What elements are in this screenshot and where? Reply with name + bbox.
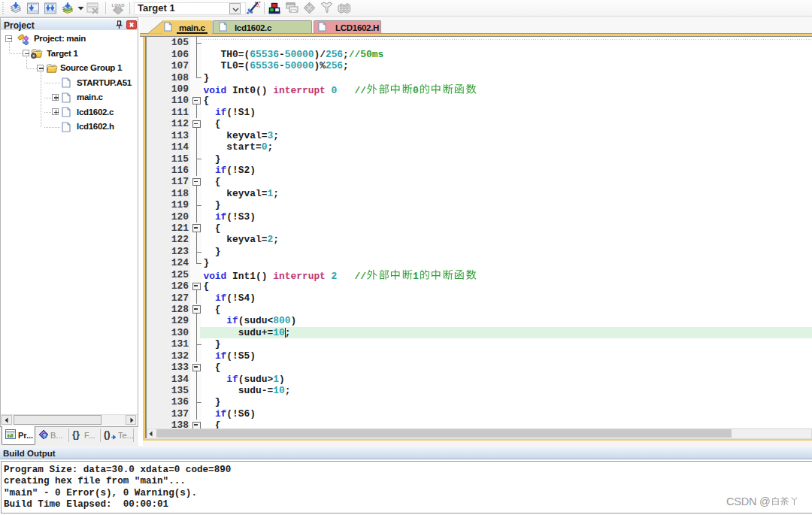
svg-text:?: ?	[43, 433, 46, 438]
svg-text:LOAD: LOAD	[112, 3, 126, 8]
